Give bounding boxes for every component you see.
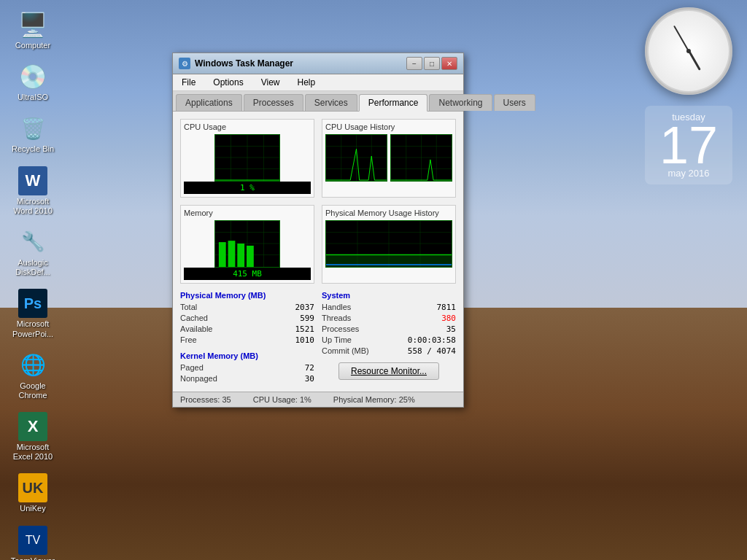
minimize-button[interactable]: − (406, 57, 422, 70)
icon-auslogics-label: Auslogic DiskDef... (10, 258, 55, 277)
icon-excel[interactable]: X Microsoft Excel 2010 (7, 409, 58, 464)
right-stats: System Handles 7811 Threads 380 Processe… (322, 291, 456, 384)
performance-content: CPU Usage (173, 112, 463, 392)
free-value: 1010 (295, 335, 315, 345)
stat-uptime: Up Time 0:00:03:58 (322, 335, 456, 346)
close-button[interactable]: ✕ (441, 57, 457, 70)
resource-monitor-button[interactable]: Resource Monitor... (338, 362, 439, 380)
icon-computer[interactable]: 🖥️ Computer (7, 7, 58, 53)
stat-handles: Handles 7811 (322, 302, 456, 313)
stat-commit: Commit (MB) 558 / 4074 (322, 346, 456, 357)
icon-excel-label: Microsoft Excel 2010 (10, 443, 55, 462)
stat-threads: Threads 380 (322, 313, 456, 324)
clock-hour-hand (688, 50, 701, 70)
uptime-value: 0:00:03:58 (408, 335, 456, 345)
uptime-label: Up Time (322, 335, 352, 345)
svg-rect-25 (228, 241, 236, 267)
stat-nonpaged: Nonpaged 30 (180, 373, 314, 384)
status-processes: Processes: 35 (180, 395, 231, 404)
computer-icon: 🖥️ (18, 10, 47, 39)
cpu-history-panel: CPU Usage History (322, 119, 456, 198)
icon-auslogics[interactable]: 🔧 Auslogic DiskDef... (7, 225, 58, 280)
icon-unikey-label: UniKey (20, 504, 45, 513)
menu-help[interactable]: Help (295, 76, 319, 89)
cpu-core1-graph (325, 134, 387, 182)
tab-networking[interactable]: Networking (429, 94, 492, 111)
total-label: Total (180, 303, 197, 312)
physical-memory-graph (325, 220, 452, 268)
stats-section: Physical Memory (MB) Total 2037 Cached 5… (180, 291, 456, 384)
cpu-core1-svg (326, 135, 387, 181)
available-label: Available (180, 324, 212, 334)
stat-total: Total 2037 (180, 302, 314, 313)
status-memory: Physical Memory: 25% (333, 395, 415, 404)
tab-performance[interactable]: Performance (359, 94, 428, 112)
menu-view[interactable]: View (258, 76, 283, 89)
handles-value: 7811 (437, 303, 457, 312)
cpu-usage-title: CPU Usage (184, 122, 311, 131)
tab-bar: Applications Processes Services Performa… (173, 91, 463, 112)
handles-label: Handles (322, 303, 351, 312)
svg-rect-27 (247, 246, 254, 267)
icon-teamviewer[interactable]: TV TeamViewer 11 (7, 523, 58, 560)
icon-powerpoint[interactable]: Ps Microsoft PowerPoi... (7, 286, 58, 341)
tab-applications[interactable]: Applications (176, 94, 242, 111)
auslogics-icon: 🔧 (18, 228, 47, 257)
title-buttons: − □ ✕ (406, 57, 457, 70)
menu-bar: File Options View Help (173, 74, 463, 91)
clock-widget (645, 7, 732, 95)
icon-ultraiso-label: UltraISO (18, 93, 48, 102)
top-graphs-grid: CPU Usage (180, 119, 456, 198)
icon-computer-label: Computer (15, 41, 50, 50)
menu-options[interactable]: Options (210, 76, 246, 89)
calendar-widget: tuesday 17 may 2016 (645, 106, 732, 184)
threads-value: 380 (441, 314, 456, 323)
tab-processes[interactable]: Processes (244, 94, 303, 111)
icon-recycle-bin[interactable]: 🗑️ Recycle Bin (7, 111, 58, 157)
title-bar: ⚙ Windows Task Manager − □ ✕ (173, 53, 463, 74)
tab-services[interactable]: Services (305, 94, 357, 111)
cpu-history-graphs (325, 134, 452, 182)
cpu-graph-svg (215, 135, 279, 181)
icon-ultraiso[interactable]: 💿 UltraISO (7, 59, 58, 105)
stat-cached: Cached 599 (180, 313, 314, 324)
svg-rect-24 (219, 242, 226, 267)
cached-value: 599 (300, 314, 314, 323)
physical-memory-title: Physical Memory Usage History (325, 209, 452, 217)
clock-minute-hand (673, 26, 689, 52)
cpu-core2-graph (390, 134, 452, 182)
physical-memory-svg (326, 221, 452, 267)
left-stats: Physical Memory (MB) Total 2037 Cached 5… (180, 291, 314, 384)
memory-graph (214, 220, 280, 268)
recycle-icon: 🗑️ (18, 114, 47, 143)
desktop: 🖥️ Computer 💿 UltraISO 🗑️ Recycle Bin W … (0, 0, 747, 560)
svg-rect-26 (237, 244, 244, 267)
icon-unikey[interactable]: UK UniKey (7, 470, 58, 516)
icon-chrome[interactable]: 🌐 Google Chrome (7, 348, 58, 403)
system-title: System (322, 291, 456, 300)
menu-file[interactable]: File (179, 76, 198, 89)
memory-svg (215, 221, 279, 267)
icon-powerpoint-label: Microsoft PowerPoi... (10, 319, 55, 338)
icon-word[interactable]: W Microsoft Word 2010 (7, 163, 58, 219)
title-bar-left: ⚙ Windows Task Manager (179, 58, 293, 69)
memory-title: Memory (184, 209, 311, 217)
stat-free: Free 1010 (180, 335, 314, 346)
unikey-icon: UK (18, 473, 47, 502)
memory-value: 415 MB (184, 268, 311, 280)
ultraiso-icon: 💿 (18, 62, 47, 91)
icon-teamviewer-label: TeamViewer 11 (10, 556, 55, 560)
task-manager-window: ⚙ Windows Task Manager − □ ✕ File Option… (172, 52, 464, 408)
maximize-button[interactable]: □ (424, 57, 440, 70)
processes-label: Processes (322, 324, 359, 334)
stat-available: Available 1521 (180, 324, 314, 335)
status-bar: Processes: 35 CPU Usage: 1% Physical Mem… (173, 392, 463, 407)
icon-chrome-label: Google Chrome (10, 381, 55, 400)
total-value: 2037 (295, 303, 315, 312)
available-value: 1521 (295, 324, 315, 334)
status-cpu: CPU Usage: 1% (253, 395, 311, 404)
clock-face (649, 11, 729, 91)
tab-users[interactable]: Users (494, 94, 535, 111)
bottom-graphs-grid: Memory (180, 205, 456, 284)
stat-processes: Processes 35 (322, 324, 456, 335)
